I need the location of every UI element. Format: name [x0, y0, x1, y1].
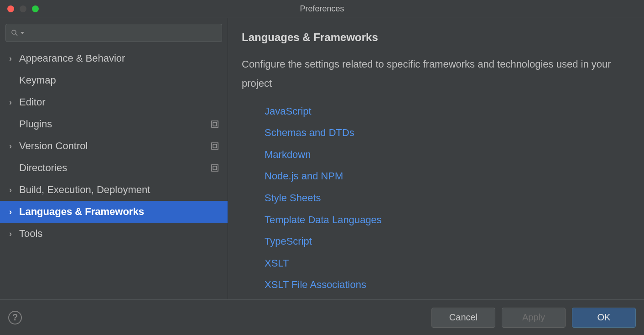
- subpage-link-style-sheets[interactable]: Style Sheets: [265, 189, 630, 207]
- dialog-footer: ? Cancel Apply OK: [0, 299, 644, 335]
- page-description: Configure the settings related to specif…: [242, 55, 630, 93]
- tree-item-label: Plugins: [19, 118, 211, 130]
- content-pane: Languages & Frameworks Configure the set…: [228, 18, 644, 299]
- project-level-icon: [211, 120, 218, 128]
- tree-item-languages-frameworks[interactable]: ›Languages & Frameworks: [0, 201, 228, 223]
- tree-item-appearance-behavior[interactable]: ›Appearance & Behavior: [0, 47, 228, 69]
- svg-rect-5: [213, 144, 217, 148]
- search-history-icon[interactable]: [21, 32, 24, 34]
- subpage-link-template-data-languages[interactable]: Template Data Languages: [265, 211, 630, 229]
- preferences-sidebar: ›Appearance & BehaviorKeymap›EditorPlugi…: [0, 18, 228, 299]
- apply-button: Apply: [502, 308, 566, 328]
- subpage-links: JavaScriptSchemas and DTDsMarkdownNode.j…: [242, 102, 630, 294]
- svg-rect-2: [212, 121, 218, 127]
- main-area: ›Appearance & BehaviorKeymap›EditorPlugi…: [0, 18, 644, 299]
- chevron-right-icon: ›: [9, 54, 19, 63]
- svg-rect-3: [213, 122, 217, 126]
- svg-line-1: [16, 34, 17, 36]
- chevron-right-icon: ›: [9, 98, 19, 107]
- window-controls: [7, 5, 39, 12]
- tree-item-label: Version Control: [19, 140, 211, 152]
- tree-item-label: Appearance & Behavior: [19, 52, 218, 64]
- tree-item-build-execution-deployment[interactable]: ›Build, Execution, Deployment: [0, 179, 228, 201]
- project-level-icon: [211, 164, 218, 172]
- titlebar: Preferences: [0, 0, 644, 18]
- search-field-container[interactable]: [5, 24, 222, 42]
- svg-rect-7: [213, 166, 217, 170]
- tree-item-label: Directories: [19, 162, 211, 174]
- tree-item-label: Editor: [19, 96, 218, 108]
- chevron-right-icon: ›: [9, 185, 19, 195]
- project-level-icon: [211, 142, 218, 150]
- subpage-link-xslt-file-associations[interactable]: XSLT File Associations: [265, 276, 630, 294]
- ok-button[interactable]: OK: [572, 308, 636, 328]
- subpage-link-xslt[interactable]: XSLT: [265, 254, 630, 272]
- subpage-link-schemas-and-dtds[interactable]: Schemas and DTDs: [265, 124, 630, 142]
- subpage-link-markdown[interactable]: Markdown: [265, 146, 630, 164]
- subpage-link-javascript[interactable]: JavaScript: [265, 102, 630, 120]
- cancel-button[interactable]: Cancel: [431, 308, 495, 328]
- search-wrap: [0, 18, 228, 47]
- tree-item-label: Languages & Frameworks: [19, 206, 218, 218]
- search-icon: [10, 29, 19, 37]
- svg-point-0: [12, 30, 16, 34]
- tree-item-version-control[interactable]: ›Version Control: [0, 135, 228, 157]
- search-input[interactable]: [26, 29, 217, 37]
- chevron-right-icon: ›: [9, 229, 19, 239]
- tree-item-label: Build, Execution, Deployment: [19, 184, 218, 196]
- chevron-right-icon: ›: [9, 207, 19, 217]
- chevron-right-icon: ›: [9, 141, 19, 151]
- page-title: Languages & Frameworks: [242, 31, 630, 44]
- maximize-window-icon[interactable]: [32, 5, 39, 12]
- subpage-link-typescript[interactable]: TypeScript: [265, 232, 630, 251]
- close-window-icon[interactable]: [7, 5, 14, 12]
- svg-rect-6: [212, 165, 218, 171]
- help-button[interactable]: ?: [8, 311, 22, 325]
- tree-item-label: Keymap: [19, 74, 218, 86]
- tree-item-label: Tools: [19, 228, 218, 240]
- svg-rect-4: [212, 143, 218, 149]
- tree-item-keymap[interactable]: Keymap: [0, 69, 228, 91]
- window-title: Preferences: [0, 4, 644, 14]
- tree-item-directories[interactable]: Directories: [0, 157, 228, 179]
- tree-item-tools[interactable]: ›Tools: [0, 223, 228, 245]
- tree-item-plugins[interactable]: Plugins: [0, 113, 228, 135]
- minimize-window-icon[interactable]: [20, 5, 26, 12]
- settings-tree: ›Appearance & BehaviorKeymap›EditorPlugi…: [0, 47, 228, 299]
- subpage-link-node-js-and-npm[interactable]: Node.js and NPM: [265, 167, 630, 185]
- tree-item-editor[interactable]: ›Editor: [0, 91, 228, 113]
